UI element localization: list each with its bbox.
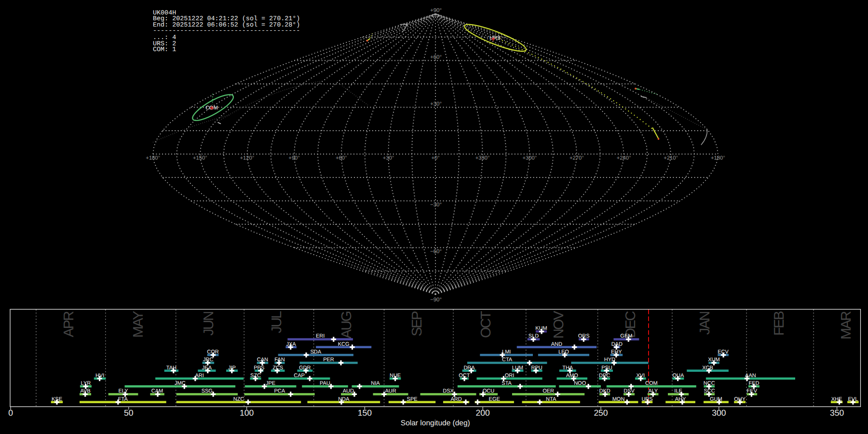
svg-text:NZC: NZC [233,396,244,402]
svg-text:LMI: LMI [502,349,511,355]
svg-text:LEO: LEO [558,349,569,355]
svg-text:100: 100 [240,408,254,418]
svg-text:APR: APR [61,311,77,337]
svg-text:+270°: +270° [570,155,584,161]
svg-text:+90°: +90° [430,8,442,14]
svg-text:ALY: ALY [648,388,658,394]
svg-text:ARI: ARI [195,373,204,379]
svg-text:RPU: RPU [531,365,542,371]
svg-text:NOV: NOV [551,311,567,339]
svg-text:URS: URS [641,396,652,402]
svg-text:URS: URS [489,35,501,41]
svg-text:DPC: DPC [599,373,610,379]
svg-text:FED: FED [749,380,760,386]
svg-text:+30°: +30° [430,101,442,107]
svg-text:FTA: FTA [118,396,128,402]
svg-text:JIP: JIP [228,365,236,371]
svg-text:CTA: CTA [502,357,513,363]
svg-text:250: 250 [594,408,608,418]
svg-text:+30°: +30° [383,155,394,161]
svg-text:ARD: ARD [450,396,461,402]
svg-text:SZC: SZC [250,373,261,379]
svg-text:+120°: +120° [240,155,255,161]
svg-text:JUL: JUL [269,311,285,333]
svg-text:0: 0 [8,408,13,418]
svg-text:AUD: AUD [343,388,354,394]
svg-text:PAU: PAU [320,380,330,386]
svg-text:LUM: LUM [512,365,523,371]
svg-text:SPE: SPE [407,396,418,402]
svg-text:AAN: AAN [745,373,756,379]
svg-text:200: 200 [476,408,490,418]
svg-text:ORS: ORS [578,333,590,339]
svg-text:ECV: ECV [718,349,729,355]
svg-text:ERI: ERI [316,333,325,339]
svg-text:CAP: CAP [294,373,305,379]
svg-text:FAN: FAN [274,357,285,363]
svg-text:DAD: DAD [611,341,623,347]
svg-text:PPS: PPS [254,365,264,371]
svg-text:SSG: SSG [202,388,213,394]
svg-text:AUR: AUR [385,388,396,394]
svg-text:OER: OER [542,388,554,394]
svg-text:QUA: QUA [672,373,684,379]
svg-text:OCT: OCT [459,373,470,379]
svg-text:EHY: EHY [611,349,622,355]
svg-text:AUG: AUG [339,312,354,339]
svg-text:ORI: ORI [505,373,515,379]
svg-text:SDA: SDA [310,349,321,355]
svg-text:DKD: DKD [599,388,610,394]
svg-text:JAN: JAN [697,312,713,335]
svg-text:+60°: +60° [430,54,442,60]
svg-text:NCC: NCC [704,380,715,386]
svg-text:−90°: −90° [430,297,442,303]
svg-text:PCA: PCA [274,388,285,394]
svg-text:SCC: SCC [704,388,715,394]
svg-text:HVI: HVI [95,373,104,379]
svg-text:MAR: MAR [839,311,854,339]
svg-text:AVB: AVB [80,388,90,394]
svg-text:CAM: CAM [151,388,163,394]
svg-text:+150°: +150° [193,155,207,161]
svg-text:+0°: +0° [431,155,439,161]
svg-text:OCU: OCU [483,388,495,394]
svg-text:SLD: SLD [529,333,539,339]
svg-text:MAY: MAY [131,311,146,338]
svg-text:XVI: XVI [636,373,645,379]
svg-text:300: 300 [712,408,726,418]
svg-text:ZCS: ZCS [272,365,283,371]
svg-text:OHY: OHY [734,396,746,402]
svg-text:MON: MON [612,396,625,402]
svg-text:PSU: PSU [601,365,612,371]
svg-text:+90°: +90° [288,155,299,161]
svg-text:−60°: −60° [430,249,442,255]
svg-text:JXA: JXA [286,341,297,347]
svg-text:+180°: +180° [146,155,160,161]
svg-text:NUE: NUE [390,373,401,379]
svg-text:XCB: XCB [702,365,713,371]
svg-text:PER: PER [323,357,334,363]
svg-text:XUM: XUM [708,357,719,363]
svg-text:EVL: EVL [848,396,858,402]
svg-text:JEA: JEA [202,365,212,371]
svg-text:OCT: OCT [478,311,494,338]
svg-text:COM: COM [645,380,658,386]
svg-text:−30°: −30° [430,202,442,208]
svg-text:+180°: +180° [711,155,725,161]
svg-text:ILE: ILE [674,388,682,394]
svg-text:KCG: KCG [338,341,350,347]
svg-text:STA: STA [502,380,512,386]
svg-text:NDA: NDA [338,396,350,402]
svg-text:+60°: +60° [336,155,347,161]
svg-text:COM: 1: COM: 1 [153,46,176,54]
svg-text:+300°: +300° [522,155,537,161]
svg-text:ELY: ELY [119,388,129,394]
svg-text:CAN: CAN [257,357,268,363]
svg-text:TAH: TAH [166,365,176,371]
svg-text:THA: THA [562,365,573,371]
svg-text:FEV: FEV [747,388,758,394]
svg-text:NIA: NIA [371,380,380,386]
svg-text:AMO: AMO [566,373,579,379]
svg-text:KSE: KSE [52,396,62,402]
svg-text:+330°: +330° [475,155,490,161]
